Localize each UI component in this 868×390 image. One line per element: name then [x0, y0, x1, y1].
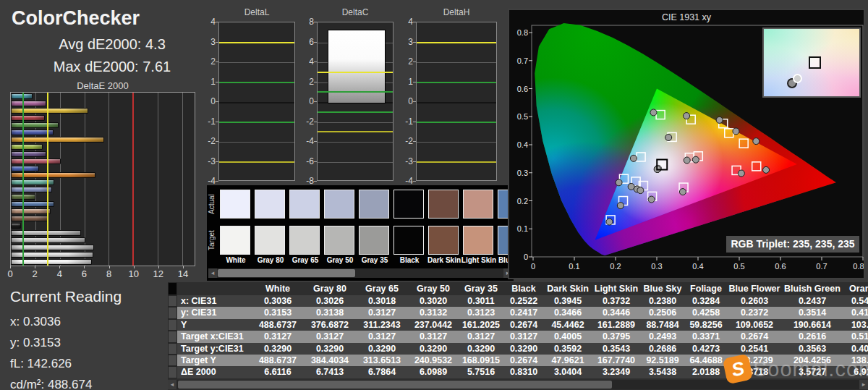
swatch-target	[289, 226, 320, 255]
row-gutter[interactable]	[168, 307, 177, 318]
column-header: Bluish Green	[781, 282, 843, 295]
svg-text:0.7: 0.7	[517, 56, 528, 65]
row-gutter[interactable]	[168, 355, 177, 366]
column-header: Blue Flower	[728, 282, 781, 295]
inset-target-marker	[809, 56, 821, 69]
gridline	[219, 102, 294, 103]
table-scrollbar-thumb[interactable]	[178, 381, 612, 389]
row-gutter[interactable]	[168, 343, 177, 355]
column-header: Gray 35	[459, 282, 503, 295]
measured-marker	[637, 187, 644, 194]
table-cell: 0.3945	[544, 295, 592, 307]
table-cell: 6.7864	[356, 366, 408, 378]
page-title: ColorChecker	[12, 7, 140, 30]
ref-line	[219, 42, 294, 43]
table-cell: 0.3290	[252, 343, 304, 355]
gridline	[417, 142, 496, 143]
column-header: Light Skin	[592, 282, 641, 295]
de-bar-green	[11, 122, 59, 128]
bar-row	[11, 194, 195, 200]
deltae2000-x-axis: 02468101214	[10, 268, 195, 279]
y-tick-label: 4	[200, 17, 216, 27]
table-cell: 0.3284	[684, 295, 728, 307]
y-tick	[413, 82, 416, 82]
table-cell: 161.2889	[592, 319, 641, 331]
measured-marker	[630, 155, 637, 161]
swatch-target	[463, 226, 493, 255]
svg-text:0.4: 0.4	[517, 140, 528, 149]
table-cell: 0.3732	[592, 295, 641, 307]
deltae2000-chart	[10, 92, 195, 266]
ref-line	[417, 82, 496, 83]
colorchecker-page: ColorChecker Avg dE2000: 4.3 Max dE2000:…	[0, 0, 868, 390]
swatch-actual	[255, 190, 285, 219]
bar-row	[11, 237, 195, 243]
deltae2000-chart-title: DeltaE 2000	[10, 80, 195, 91]
table-cell: 0.3026	[304, 295, 356, 307]
measured-marker	[733, 128, 739, 135]
watermark-text: Soomal.com	[753, 357, 868, 381]
y-tick	[314, 82, 317, 82]
swatch-scrollbar-thumb[interactable]	[218, 269, 355, 277]
table-cell: 0.3290	[356, 343, 408, 355]
row-gutter[interactable]	[168, 295, 177, 307]
table-cell: 0.2616	[781, 331, 843, 342]
table-cell: 0.3132	[408, 307, 459, 318]
deltaC-title: DeltaC	[317, 7, 393, 17]
measured-marker	[617, 203, 624, 209]
bar-row	[11, 137, 195, 143]
swatch-label: White	[217, 256, 255, 264]
bar-row	[11, 151, 195, 157]
column-header: Gray 80	[304, 282, 356, 295]
row-gutter[interactable]	[168, 366, 177, 378]
gridline	[219, 142, 294, 143]
table-row: x: CIE310.30360.30260.30180.30200.30110.…	[168, 295, 868, 307]
x-tick-label: 12	[153, 268, 163, 279]
y-tick-label: 0	[298, 96, 314, 106]
y-tick-label: 2	[298, 77, 314, 87]
table-cell: 190.6614	[781, 319, 843, 331]
table-cell: 0.2506	[641, 307, 684, 318]
scroll-left-icon[interactable]: ◂	[208, 268, 217, 278]
x-tick-label: 8	[106, 268, 111, 279]
ref-line	[219, 82, 294, 83]
bar-row	[11, 108, 195, 114]
table-cell: 0.3036	[252, 295, 304, 307]
swatch-label: Black	[391, 256, 428, 264]
table-cell: 237.0442	[408, 319, 459, 331]
gridline	[318, 122, 393, 123]
y-tick	[314, 101, 317, 102]
table-cell: 47.9621	[544, 355, 592, 366]
row-gutter[interactable]	[168, 331, 177, 342]
y-tick	[413, 62, 416, 62]
measured-marker	[648, 196, 655, 203]
swatch-actual	[359, 190, 389, 219]
table-cell: 313.6513	[356, 355, 408, 366]
x-tick	[158, 266, 159, 268]
de-bar-orange-yellow	[11, 137, 104, 143]
y-tick	[314, 181, 317, 182]
rgb-triplet-badge: RGB Triplet: 235, 235, 235	[726, 236, 859, 253]
x-tick	[35, 266, 35, 268]
measured-marker	[692, 156, 699, 163]
measured-marker	[753, 138, 760, 145]
gridline	[318, 162, 393, 163]
de-bar-dark-skin	[11, 216, 48, 221]
table-cell: 0.3127	[408, 331, 459, 342]
column-header: Gray 65	[356, 282, 408, 295]
x-tick-label: 10	[128, 268, 138, 279]
svg-text:0.6: 0.6	[517, 85, 528, 93]
row-gutter[interactable]	[168, 319, 177, 331]
de2000-summary: Avg dE2000: 4.3 Max dE2000: 7.61	[22, 33, 203, 78]
bar-row	[11, 208, 195, 214]
swatch-target	[393, 226, 424, 255]
table-cell: 0.3514	[781, 307, 843, 318]
column-header: White	[252, 282, 304, 295]
bar-row	[11, 252, 195, 258]
y-tick-label: 3	[200, 37, 216, 47]
swatch-scrollbar[interactable]: ◂ ▸	[208, 268, 512, 278]
table-cell: 2.0188	[684, 366, 728, 378]
bar-row	[11, 122, 195, 128]
table-scroll-left-icon[interactable]: ◂	[168, 380, 176, 389]
x-tick-label: 2	[33, 268, 38, 279]
